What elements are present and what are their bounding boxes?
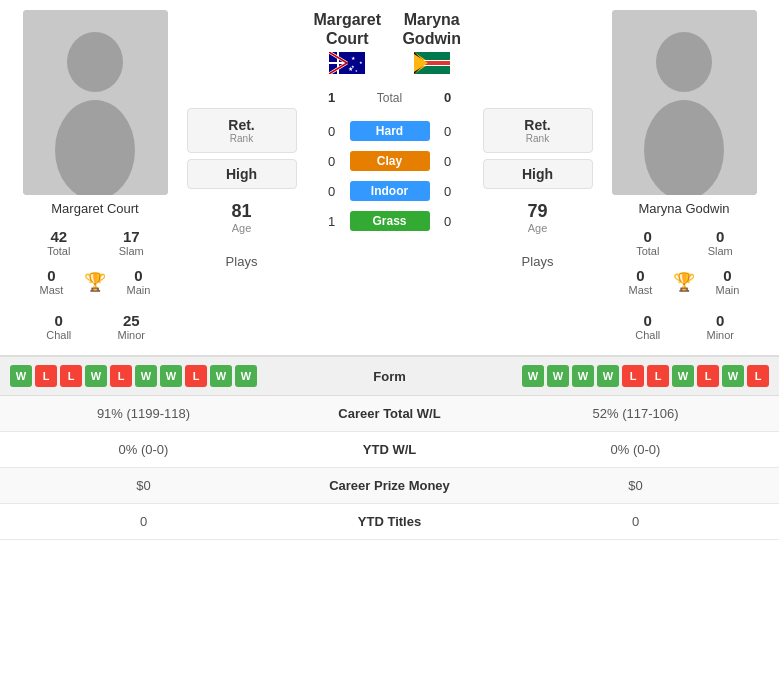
right-chall-row: 0 Chall 0 Minor	[612, 308, 757, 345]
left-rank-panel: Ret. Rank High 81 Age Plays	[184, 10, 299, 345]
right-plays: Plays	[522, 254, 554, 269]
total-right-score: 0	[438, 90, 458, 105]
left-player-card: Margaret Court 42 Total 17 Slam 0 Mast 🏆…	[10, 10, 180, 345]
form-badge: W	[722, 365, 744, 387]
left-player-name: Margaret Court	[51, 201, 138, 216]
left-high-block: High	[187, 159, 297, 189]
form-badge: L	[60, 365, 82, 387]
left-age-block: 81 Age	[231, 201, 251, 234]
form-badge: L	[185, 365, 207, 387]
right-minor-label: Minor	[686, 329, 755, 341]
right-high-value: High	[488, 166, 588, 182]
right-main-value: 0	[701, 267, 755, 284]
right-rank-block: Ret. Rank	[483, 108, 593, 153]
left-slam-cell: 17 Slam	[95, 224, 168, 261]
left-high-value: High	[192, 166, 292, 182]
hard-row: 0 Hard 0	[305, 117, 474, 145]
right-high-block: High	[483, 159, 593, 189]
total-row: 1 Total 0	[322, 81, 458, 113]
left-main-cell: 0 Main	[110, 263, 168, 300]
left-mast-cell: 0 Mast	[23, 263, 81, 300]
left-age-value: 81	[231, 201, 251, 222]
right-age-label: Age	[527, 222, 547, 234]
form-badge: L	[747, 365, 769, 387]
right-flag-header	[390, 52, 475, 77]
left-player-photo	[23, 10, 168, 195]
left-main-value: 0	[112, 267, 166, 284]
stats-left-value: 0	[0, 504, 287, 540]
right-rank-value: Ret.	[488, 117, 588, 133]
stats-right-value: 0	[492, 504, 779, 540]
right-total-value: 0	[614, 228, 683, 245]
left-rank-label: Rank	[192, 133, 292, 144]
form-section: WLLWLWWLWW Form WWWWLLWLWL	[0, 355, 779, 396]
left-name-header: Margaret Court	[305, 10, 390, 48]
left-chall-row: 0 Chall 25 Minor	[23, 308, 168, 345]
right-slam-cell: 0 Slam	[684, 224, 757, 261]
svg-point-22	[656, 32, 712, 92]
form-badge: W	[522, 365, 544, 387]
right-mast-label: Mast	[614, 284, 668, 296]
stats-right-value: 0% (0-0)	[492, 432, 779, 468]
right-rank-label: Rank	[488, 133, 588, 144]
form-badge: L	[647, 365, 669, 387]
right-total-cell: 0 Total	[612, 224, 685, 261]
stats-left-value: $0	[0, 468, 287, 504]
form-badge: W	[672, 365, 694, 387]
left-chall-label: Chall	[25, 329, 94, 341]
stats-label: Career Total W/L	[287, 396, 492, 432]
left-age-label: Age	[231, 222, 251, 234]
right-rank-panel: Ret. Rank High 79 Age Plays	[480, 10, 595, 345]
right-total-label: Total	[614, 245, 683, 257]
form-badge: L	[622, 365, 644, 387]
grass-badge: Grass	[350, 211, 430, 231]
stats-label: YTD W/L	[287, 432, 492, 468]
left-rank-block: Ret. Rank	[187, 108, 297, 153]
form-badge: W	[85, 365, 107, 387]
left-minor-label: Minor	[97, 329, 166, 341]
right-minor-value: 0	[686, 312, 755, 329]
right-minor-cell: 0 Minor	[684, 308, 757, 345]
form-badge: L	[35, 365, 57, 387]
left-chall-value: 0	[25, 312, 94, 329]
left-rank-value: Ret.	[192, 117, 292, 133]
svg-point-1	[67, 32, 123, 92]
right-player-center-col: Maryna Godwin	[390, 10, 475, 77]
form-badge: W	[235, 365, 257, 387]
right-main-label: Main	[701, 284, 755, 296]
total-label: Total	[350, 89, 430, 105]
right-chall-label: Chall	[614, 329, 683, 341]
left-mast-label: Mast	[25, 284, 79, 296]
right-mast-value: 0	[614, 267, 668, 284]
left-form-badges: WLLWLWWLWW	[10, 365, 330, 387]
right-chall-cell: 0 Chall	[612, 308, 685, 345]
form-badge: W	[547, 365, 569, 387]
center-stats: Margaret Court ★ ★ ★ ★ ★ Maryna Godwin	[303, 10, 476, 345]
stats-label: YTD Titles	[287, 504, 492, 540]
left-minor-value: 25	[97, 312, 166, 329]
left-mast-value: 0	[25, 267, 79, 284]
left-player-stats: 42 Total 17 Slam	[23, 224, 168, 261]
right-age-value: 79	[527, 201, 547, 222]
left-total-value: 42	[25, 228, 94, 245]
right-player-photo	[612, 10, 757, 195]
right-main-cell: 0 Main	[699, 263, 757, 300]
left-trophy-icon: 🏆	[81, 271, 110, 293]
grass-right: 0	[438, 214, 458, 229]
right-trophy-icon: 🏆	[670, 271, 699, 293]
form-badge: W	[135, 365, 157, 387]
stats-row: 0% (0-0) YTD W/L 0% (0-0)	[0, 432, 779, 468]
right-age-block: 79 Age	[527, 201, 547, 234]
stats-row: $0 Career Prize Money $0	[0, 468, 779, 504]
form-badge: L	[110, 365, 132, 387]
stats-label: Career Prize Money	[287, 468, 492, 504]
stats-row: 91% (1199-118) Career Total W/L 52% (117…	[0, 396, 779, 432]
left-chall-cell: 0 Chall	[23, 308, 96, 345]
right-slam-label: Slam	[686, 245, 755, 257]
form-badge: W	[210, 365, 232, 387]
stats-left-value: 91% (1199-118)	[0, 396, 287, 432]
grass-row: 1 Grass 0	[305, 207, 474, 235]
svg-text:★: ★	[348, 66, 353, 72]
form-badge: W	[572, 365, 594, 387]
indoor-row: 0 Indoor 0	[305, 177, 474, 205]
